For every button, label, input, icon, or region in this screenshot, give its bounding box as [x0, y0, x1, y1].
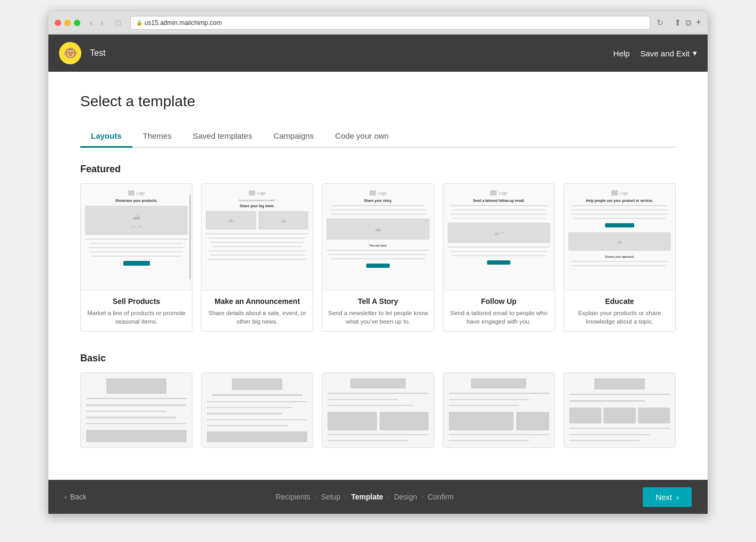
- back-label: Back: [70, 493, 87, 501]
- featured-section: Featured Logo Showcase your products. ⛰: [80, 164, 676, 332]
- breadcrumb-template: Template: [351, 493, 383, 501]
- nav-left: 🐵 Test: [59, 42, 105, 64]
- followup-info: Follow Up Send a tailored email to peopl…: [443, 290, 555, 331]
- breadcrumb-design: Design: [394, 493, 417, 501]
- browser-actions: ⬆ ⧉ +: [674, 17, 701, 28]
- forward-browser-btn[interactable]: ›: [98, 18, 107, 28]
- url-text: us15.admin.mailchimp.com: [145, 19, 222, 27]
- template-sell-products[interactable]: Logo Showcase your products. ⛰ ☁ ☁: [80, 183, 192, 332]
- breadcrumb-recipients: Recipients: [275, 493, 310, 501]
- announcement-info: Make an Announcement Share details about…: [201, 290, 313, 331]
- tab-campaigns[interactable]: Campaigns: [263, 126, 324, 147]
- basic-section: Basic: [80, 353, 676, 448]
- followup-name: Follow Up: [449, 297, 549, 306]
- sell-products-info: Sell Products Market a line of products …: [81, 290, 192, 331]
- tab-code-your-own[interactable]: Code your own: [324, 126, 399, 147]
- story-preview: Logo Share your story. ⛰ The real story: [322, 184, 433, 290]
- dot-close[interactable]: [55, 20, 61, 26]
- browser-dots: [55, 20, 80, 26]
- template-basic-2[interactable]: [201, 372, 313, 448]
- template-educate[interactable]: Logo Help people use your product or ser…: [564, 183, 676, 332]
- announcement-preview: Logo Great announcement to make? Share y…: [201, 184, 313, 290]
- new-tab-btn[interactable]: +: [695, 17, 701, 28]
- template-tell-story[interactable]: Logo Share your story. ⛰ The real story: [322, 183, 434, 332]
- reload-btn[interactable]: ↻: [657, 18, 663, 28]
- help-button[interactable]: Help: [614, 49, 630, 58]
- breadcrumb-sep-3: ›: [388, 493, 390, 501]
- tab-saved-templates[interactable]: Saved templates: [182, 126, 263, 147]
- logo: 🐵: [59, 42, 81, 64]
- basic-5-preview: [564, 373, 675, 447]
- followup-preview: Logo Send a tailored follow-up email. ⛰ …: [443, 184, 555, 290]
- sell-products-desc: Market a line of products or promote sea…: [86, 309, 187, 326]
- back-browser-btn[interactable]: ‹: [87, 18, 96, 28]
- chevron-down-icon: ▾: [693, 48, 697, 58]
- breadcrumbs: Recipients › Setup › Template › Design ›…: [275, 493, 453, 501]
- next-arrow-icon: ›: [676, 493, 679, 502]
- basic-4-preview: [443, 373, 555, 447]
- educate-name: Educate: [569, 297, 670, 306]
- tab-view-btn[interactable]: □: [113, 18, 123, 28]
- app-nav: 🐵 Test Help Save and Exit ▾: [48, 35, 708, 72]
- educate-info: Educate Explain your products or share k…: [564, 290, 675, 331]
- basic-3-preview: [322, 373, 433, 447]
- back-button[interactable]: ‹ Back: [64, 493, 87, 501]
- tab-layouts[interactable]: Layouts: [80, 126, 132, 147]
- breadcrumb-confirm: Confirm: [427, 493, 453, 501]
- basic-section-title: Basic: [80, 353, 676, 364]
- tab-bar: Layouts Themes Saved templates Campaigns…: [80, 126, 676, 148]
- template-basic-4[interactable]: [443, 372, 555, 448]
- url-bar[interactable]: 🔒 us15.admin.mailchimp.com: [130, 16, 651, 30]
- educate-preview: Logo Help people use your product or ser…: [564, 184, 675, 290]
- story-desc: Send a newsletter to let people know wha…: [327, 309, 428, 326]
- featured-section-title: Featured: [80, 164, 676, 175]
- breadcrumb-sep-1: ›: [315, 493, 317, 501]
- followup-desc: Send a tailored email to people who have…: [449, 309, 549, 326]
- breadcrumb-setup: Setup: [321, 493, 341, 501]
- announcement-name: Make an Announcement: [207, 297, 307, 306]
- story-name: Tell A Story: [327, 297, 428, 306]
- sell-products-preview: Logo Showcase your products. ⛰ ☁ ☁: [81, 184, 192, 290]
- save-exit-button[interactable]: Save and Exit ▾: [640, 48, 697, 58]
- next-button[interactable]: Next ›: [643, 487, 692, 507]
- app-name: Test: [90, 48, 105, 58]
- lock-icon: 🔒: [136, 20, 142, 26]
- save-exit-label: Save and Exit: [640, 49, 690, 58]
- back-arrow-icon: ‹: [64, 493, 67, 501]
- educate-desc: Explain your products or share knowledge…: [569, 309, 670, 326]
- browser-nav: ‹ ›: [87, 18, 106, 28]
- nav-right: Help Save and Exit ▾: [614, 48, 697, 58]
- share-btn[interactable]: ⬆: [674, 17, 681, 28]
- app-container: 🐵 Test Help Save and Exit ▾ Select a tem…: [48, 35, 708, 514]
- breadcrumb-sep-4: ›: [421, 493, 423, 501]
- dot-minimize[interactable]: [64, 20, 71, 26]
- next-label: Next: [656, 493, 672, 502]
- template-basic-5[interactable]: [564, 372, 676, 448]
- template-basic-3[interactable]: [322, 372, 434, 448]
- announcement-desc: Share details about a sale, event, or ot…: [207, 309, 307, 326]
- breadcrumb-sep-2: ›: [345, 493, 347, 501]
- main-content: Select a template Layouts Themes Saved t…: [48, 72, 708, 480]
- template-make-announcement[interactable]: Logo Great announcement to make? Share y…: [201, 183, 313, 332]
- featured-grid: Logo Showcase your products. ⛰ ☁ ☁: [80, 183, 676, 332]
- tabs-btn[interactable]: ⧉: [685, 17, 691, 28]
- story-info: Tell A Story Send a newsletter to let pe…: [322, 290, 433, 331]
- tab-themes[interactable]: Themes: [132, 126, 182, 147]
- dot-maximize[interactable]: [74, 20, 80, 26]
- basic-grid: [80, 372, 676, 448]
- page-title: Select a template: [80, 93, 676, 110]
- sell-products-name: Sell Products: [86, 297, 187, 306]
- footer-bar: ‹ Back Recipients › Setup › Template › D…: [48, 480, 708, 514]
- basic-1-preview: [81, 373, 192, 447]
- template-follow-up[interactable]: Logo Send a tailored follow-up email. ⛰ …: [443, 183, 555, 332]
- template-basic-1[interactable]: [80, 372, 192, 448]
- basic-2-preview: [201, 373, 313, 447]
